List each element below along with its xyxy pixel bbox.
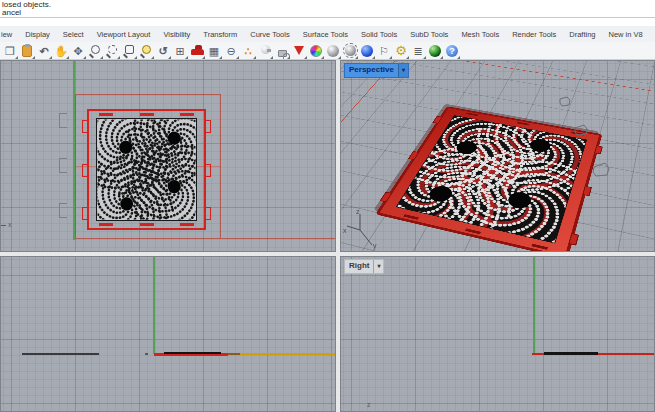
object-edge-dot	[145, 353, 148, 355]
menu-solid-tools[interactable]: Solid Tools	[361, 30, 397, 39]
sphere-icon[interactable]	[325, 43, 341, 59]
object-edge-blend	[228, 353, 240, 355]
menu-iew[interactable]: iew	[1, 30, 12, 39]
copy-icon[interactable]: ❐	[2, 43, 18, 59]
viewport-label-right[interactable]: Right ▾	[344, 259, 384, 274]
viewport-front[interactable]	[0, 256, 336, 412]
axis-tripod: z x y	[342, 204, 386, 250]
perspective-grid	[341, 61, 654, 251]
menu-new-in-v8[interactable]: New in V8	[609, 30, 643, 39]
command-history: losed objects. ancel	[0, 0, 655, 26]
toolbar: ❐↶✋✥↺⊞▦⊖∴⚐⚙≣?	[0, 42, 655, 60]
tile-slot	[531, 244, 548, 250]
tile-clip	[594, 146, 603, 155]
menu-transform[interactable]: Transform	[203, 30, 237, 39]
flag-icon[interactable]: ⚐	[376, 43, 392, 59]
viewport-right[interactable]: z Right ▾	[340, 256, 655, 412]
sphere-blue-icon[interactable]	[359, 43, 375, 59]
perforated-spiral-pattern	[96, 118, 197, 221]
tile-slot	[402, 214, 417, 220]
neighbor-clip-outline	[59, 203, 67, 218]
tile-slot	[140, 223, 154, 226]
tile-slot	[99, 223, 113, 226]
y-axis-label: y	[373, 242, 377, 250]
x-axis-label: x	[343, 227, 347, 234]
viewport-top[interactable]: x	[0, 60, 336, 252]
tile-slot	[465, 113, 478, 117]
tile-clip	[82, 164, 89, 177]
z-axis-label: z	[356, 208, 360, 215]
wireframe-clip-shape	[590, 161, 612, 178]
perspective-scene	[341, 61, 654, 251]
help-icon[interactable]: ?	[444, 43, 460, 59]
wedge-icon[interactable]	[291, 43, 307, 59]
hierarchy-icon[interactable]: ≣	[410, 43, 426, 59]
zoom-icon[interactable]	[87, 43, 103, 59]
menu-mesh-tools[interactable]: Mesh Tools	[461, 30, 499, 39]
tile-slot	[140, 113, 154, 116]
viewport-area: x	[0, 60, 655, 412]
wireframe-clip-shape	[572, 123, 590, 137]
circle-tool-icon[interactable]: ⊖	[223, 43, 239, 59]
menu-visibility[interactable]: Visibility	[163, 30, 190, 39]
menu-curve-tools[interactable]: Curve Tools	[250, 30, 289, 39]
viewport-layout-icon[interactable]: ⊞	[172, 43, 188, 59]
car-icon[interactable]	[189, 43, 205, 59]
object-edge-yellow	[228, 353, 336, 355]
construction-plane-line	[221, 238, 336, 239]
tile-edge-black	[164, 352, 221, 354]
tile-slot	[180, 113, 194, 116]
gear-icon[interactable]: ⚙	[393, 43, 409, 59]
tile-clip	[204, 207, 211, 220]
menu-drafting[interactable]: Drafting	[569, 30, 595, 39]
map-icon[interactable]: ▦	[206, 43, 222, 59]
chevron-down-icon[interactable]: ▾	[373, 260, 383, 273]
gumball-icon[interactable]: ∴	[240, 43, 256, 59]
z-axis-line	[153, 257, 155, 354]
lightbulb-icon[interactable]	[257, 43, 273, 59]
command-line-2[interactable]: ancel	[2, 9, 21, 17]
color-wheel-icon[interactable]	[308, 43, 324, 59]
menu-bar: iewDisplaySelectViewport LayoutVisibilit…	[0, 26, 655, 42]
tile-slot	[465, 229, 481, 235]
z-axis-line	[533, 257, 535, 353]
tile-clip	[82, 207, 89, 220]
viewport-perspective[interactable]: z x y Perspective ▾	[340, 60, 655, 252]
neighbor-clip-outline	[59, 113, 67, 128]
tile-slot	[517, 122, 530, 126]
zoom-flash-icon[interactable]	[138, 43, 154, 59]
zoom-extents-icon[interactable]	[121, 43, 137, 59]
wireframe-clip-shape	[557, 95, 573, 109]
tile-model-top-view[interactable]	[87, 109, 206, 230]
zoom-window-icon[interactable]	[104, 43, 120, 59]
tile-slot	[99, 113, 113, 116]
neighbor-tile-edge	[22, 353, 99, 355]
viewport-label-text: Perspective	[345, 64, 398, 77]
menu-surface-tools[interactable]: Surface Tools	[303, 30, 348, 39]
z-axis-label: z	[367, 401, 371, 408]
render-globe-icon[interactable]	[427, 43, 443, 59]
paste-icon[interactable]	[19, 43, 35, 59]
menu-viewport-layout[interactable]: Viewport Layout	[97, 30, 151, 39]
menu-subd-tools[interactable]: SubD Tools	[410, 30, 448, 39]
tile-clip	[204, 164, 211, 177]
viewport-label-text: Right	[345, 260, 373, 273]
sphere-frame-icon[interactable]	[342, 43, 358, 59]
pan-hand-icon[interactable]: ✋	[53, 43, 69, 59]
tile-edge-black	[544, 352, 598, 355]
tile-slot	[180, 223, 194, 226]
neighbor-clip-outline	[59, 158, 67, 173]
move-icon[interactable]: ✥	[70, 43, 86, 59]
x-axis-label: x	[8, 221, 12, 228]
viewport-label-perspective[interactable]: Perspective ▾	[344, 63, 409, 78]
tile-clip	[82, 120, 89, 133]
menu-select[interactable]: Select	[63, 30, 84, 39]
menu-display[interactable]: Display	[25, 30, 50, 39]
lock-icon[interactable]	[274, 43, 290, 59]
rotate-view-icon[interactable]: ↺	[155, 43, 171, 59]
chevron-down-icon[interactable]: ▾	[398, 64, 408, 77]
menu-render-tools[interactable]: Render Tools	[512, 30, 556, 39]
command-divider	[0, 17, 655, 18]
tile-clip	[204, 120, 211, 133]
undo-icon[interactable]: ↶	[36, 43, 52, 59]
